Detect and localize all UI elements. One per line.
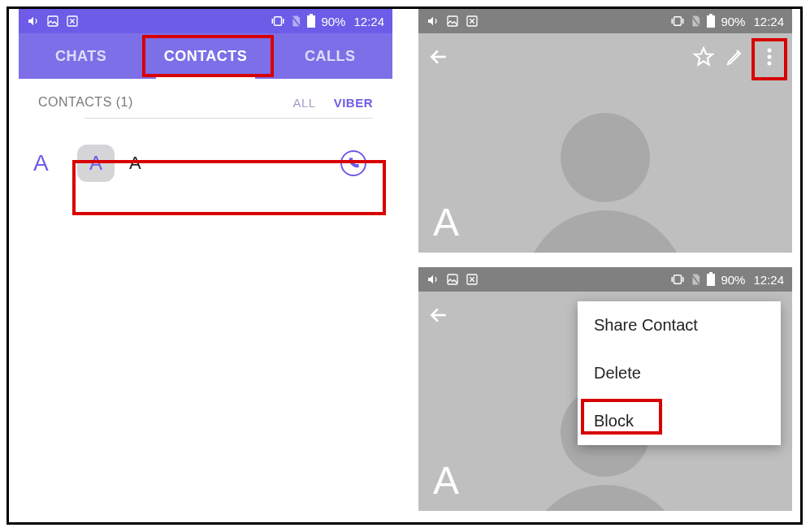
svg-rect-5 (448, 16, 457, 26)
svg-rect-13 (448, 275, 457, 284)
avatar: A (77, 145, 115, 182)
close-box-icon (66, 15, 79, 28)
svg-rect-8 (707, 15, 715, 28)
menu-item-delete[interactable]: Delete (578, 349, 781, 397)
picture-icon (446, 15, 459, 28)
contact-name: A (129, 153, 326, 174)
svg-rect-2 (275, 17, 282, 26)
screen-contact-menu-open: 90% 12:24 A Share Contact Delete Block (418, 267, 792, 511)
svg-rect-3 (307, 15, 315, 28)
divider (84, 118, 373, 119)
no-sim-icon (690, 273, 701, 286)
picture-icon (46, 15, 59, 28)
svg-rect-7 (674, 17, 682, 26)
tab-chats[interactable]: CHATS (19, 33, 143, 79)
menu-item-share-contact[interactable]: Share Contact (578, 301, 781, 349)
close-box-icon (466, 273, 479, 286)
contact-row: A A A (19, 135, 392, 192)
viber-call-icon[interactable] (340, 150, 366, 176)
svg-rect-16 (707, 274, 715, 286)
menu-item-block[interactable]: Block (578, 397, 781, 445)
clock-time: 12:24 (753, 273, 784, 287)
svg-point-11 (768, 55, 772, 59)
volume-icon (27, 15, 40, 28)
volume-icon (427, 273, 440, 286)
vibrate-icon (271, 15, 285, 27)
status-bar: 90% 12:24 (418, 267, 792, 292)
section-index-letter: A (33, 150, 67, 176)
volume-icon (427, 15, 440, 28)
clock-time: 12:24 (353, 15, 384, 28)
tab-contacts[interactable]: CONTACTS (143, 33, 267, 79)
contacts-count-label: CONTACTS (1) (38, 95, 133, 110)
filter-all[interactable]: ALL (292, 96, 315, 110)
svg-rect-0 (48, 16, 58, 26)
battery-icon (306, 14, 316, 28)
pencil-icon[interactable] (726, 47, 745, 67)
contact-item[interactable]: A A (67, 137, 376, 189)
status-bar: 90% 12:24 (418, 9, 792, 33)
picture-icon (446, 273, 459, 286)
svg-rect-4 (310, 14, 313, 15)
battery-icon (706, 14, 716, 28)
vibrate-icon (670, 15, 685, 27)
contacts-header-row: CONTACTS (1) ALL VIBER (19, 79, 392, 118)
profile-letter: A (433, 200, 459, 244)
contact-app-bar (418, 33, 792, 80)
svg-rect-17 (709, 272, 713, 274)
avatar-silhouette (516, 113, 695, 253)
svg-rect-15 (674, 275, 682, 284)
close-box-icon (466, 15, 479, 28)
battery-percent: 90% (721, 15, 745, 28)
tab-calls[interactable]: CALLS (268, 33, 392, 79)
vibrate-icon (670, 274, 685, 285)
no-sim-icon (690, 15, 701, 28)
status-bar: 90% 12:24 (19, 9, 392, 33)
svg-point-12 (768, 62, 772, 66)
filter-viber[interactable]: VIBER (334, 96, 373, 110)
tutorial-composite-frame: 90% 12:24 CHATS CONTACTS CALLS CONTACTS … (6, 6, 803, 525)
screen-contact-detail: 90% 12:24 A (418, 9, 792, 253)
overflow-menu-popup: Share Contact Delete Block (578, 301, 781, 445)
overflow-menu-icon[interactable] (756, 47, 782, 67)
battery-percent: 90% (721, 273, 745, 287)
profile-letter: A (433, 458, 459, 503)
top-tabs: CHATS CONTACTS CALLS (19, 33, 392, 79)
battery-percent: 90% (321, 15, 345, 28)
svg-point-10 (768, 49, 772, 53)
back-icon[interactable] (428, 46, 449, 67)
screen-contacts-list: 90% 12:24 CHATS CONTACTS CALLS CONTACTS … (19, 9, 392, 246)
star-icon[interactable] (693, 46, 714, 67)
no-sim-icon (290, 15, 301, 28)
battery-icon (706, 272, 716, 287)
svg-rect-9 (709, 14, 713, 15)
contact-hero: A (418, 80, 792, 253)
back-icon[interactable] (428, 305, 449, 326)
clock-time: 12:24 (753, 15, 784, 28)
